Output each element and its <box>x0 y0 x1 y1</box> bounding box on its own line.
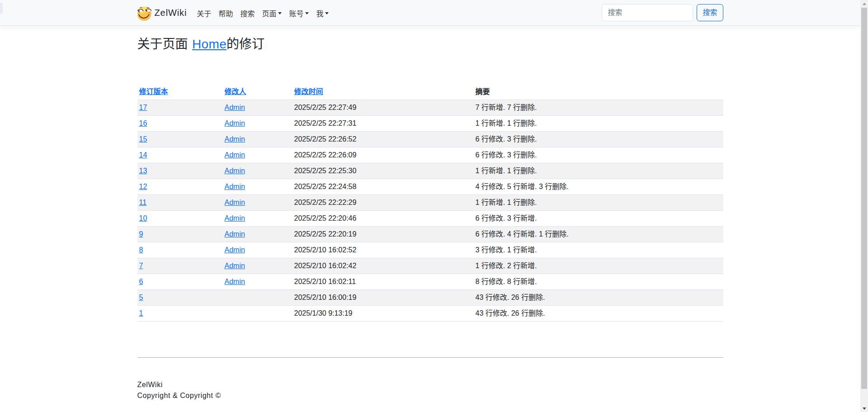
scrollbar-up-button[interactable] <box>860 0 868 8</box>
chevron-down-icon <box>305 12 309 14</box>
scroll-down-arrow-icon <box>863 407 866 410</box>
revision-summary: 1 行新增. 1 行删除. <box>474 194 723 210</box>
page: ZelWiki 关于 帮助 搜索 页面 账号 我 搜索 关于页面 Home的修订 <box>0 0 860 412</box>
page-title-prefix: 关于页面 <box>137 37 192 51</box>
revision-time: 2025/2/10 16:00:19 <box>292 289 474 305</box>
modifier-link[interactable]: Admin <box>225 199 245 206</box>
revision-summary: 43 行修改. 26 行删除. <box>474 289 723 305</box>
scrollbar-down-button[interactable] <box>860 404 868 412</box>
footer-sitename: ZelWiki <box>137 379 723 390</box>
modifier-link[interactable]: Admin <box>225 214 245 222</box>
revision-row: 7 Admin 2025/2/10 16:02:42 1 行修改. 2 行新增. <box>137 258 723 274</box>
nav-item-account-dropdown[interactable]: 账号 <box>285 4 312 22</box>
site-footer: ZelWiki Copyright & Copyright © <box>137 379 723 412</box>
scroll-up-arrow-icon <box>863 3 866 5</box>
revision-number-link[interactable]: 16 <box>139 119 147 127</box>
revision-table: 修订版本 修改人 修改时间 摘要 17 Admin 2025/2/25 22:2… <box>137 84 723 322</box>
modifier-link[interactable]: Admin <box>225 104 245 111</box>
revision-number-link[interactable]: 17 <box>139 104 147 111</box>
revision-summary: 6 行修改. 3 行删除. <box>474 147 723 163</box>
revision-summary: 1 行新增. 1 行删除. <box>474 115 723 131</box>
modifier-link[interactable]: Admin <box>225 262 245 270</box>
revision-time: 2025/2/25 22:20:46 <box>292 210 474 226</box>
revision-row: 13 Admin 2025/2/25 22:25:30 1 行新增. 1 行删除… <box>137 163 723 179</box>
summary-column-header: 摘要 <box>474 84 723 100</box>
scrollbar-thumb[interactable] <box>861 8 867 389</box>
revision-row: 5 2025/2/10 16:00:19 43 行修改. 26 行删除. <box>137 289 723 305</box>
nav-item-search[interactable]: 搜索 <box>236 4 258 22</box>
revision-number-link[interactable]: 10 <box>139 214 147 222</box>
modifier-link[interactable]: Admin <box>225 278 245 285</box>
revision-summary: 4 行修改. 5 行新增. 3 行删除. <box>474 179 723 194</box>
navbar-menu: 关于 帮助 搜索 页面 账号 我 <box>193 4 332 22</box>
revision-table-header-row: 修订版本 修改人 修改时间 摘要 <box>137 84 723 100</box>
revision-time: 2025/2/25 22:26:52 <box>292 131 474 147</box>
revision-time: 2025/2/25 22:22:29 <box>292 194 474 210</box>
page-title: 关于页面 Home的修订 <box>137 37 723 52</box>
nav-item-about[interactable]: 关于 <box>193 4 215 22</box>
revision-row: 16 Admin 2025/2/25 22:27:31 1 行新增. 1 行删除… <box>137 115 723 131</box>
revision-summary: 7 行新增. 7 行删除. <box>474 99 723 115</box>
page-home-link[interactable]: Home <box>192 37 226 51</box>
revision-row: 17 Admin 2025/2/25 22:27:49 7 行新增. 7 行删除… <box>137 99 723 115</box>
page-title-suffix: 的修订 <box>226 37 264 51</box>
revision-number-link[interactable]: 1 <box>139 309 143 317</box>
smiling-face-emoji-icon <box>137 6 152 21</box>
revision-time: 2025/1/30 9:13:19 <box>292 305 474 321</box>
modifier-link[interactable]: Admin <box>225 246 245 254</box>
revision-summary: 43 行修改. 26 行删除. <box>474 305 723 321</box>
revision-row: 14 Admin 2025/2/25 22:26:09 6 行修改. 3 行删除… <box>137 147 723 163</box>
revision-row: 6 Admin 2025/2/10 16:02:11 8 行修改. 8 行新增. <box>137 274 723 289</box>
browser-scrollbar[interactable] <box>860 0 868 412</box>
revision-number-link[interactable]: 7 <box>139 262 143 270</box>
sort-by-time-link[interactable]: 修改时间 <box>294 88 323 95</box>
revision-row: 12 Admin 2025/2/25 22:24:58 4 行修改. 5 行新增… <box>137 179 723 194</box>
revision-number-link[interactable]: 6 <box>139 278 143 285</box>
nav-item-me-dropdown[interactable]: 我 <box>312 4 332 22</box>
modifier-link[interactable]: Admin <box>225 135 245 143</box>
modifier-link[interactable]: Admin <box>225 183 245 190</box>
nav-item-pages-dropdown[interactable]: 页面 <box>258 4 285 22</box>
revision-time: 2025/2/10 16:02:42 <box>292 258 474 274</box>
chevron-down-icon <box>278 12 282 14</box>
revision-summary: 3 行修改. 1 行新增. <box>474 242 723 258</box>
revision-summary: 8 行修改. 8 行新增. <box>474 274 723 289</box>
browser-edge-artifact <box>0 3 3 14</box>
revision-time: 2025/2/25 22:27:49 <box>292 99 474 115</box>
revision-number-link[interactable]: 13 <box>139 167 147 175</box>
modifier-link[interactable]: Admin <box>225 230 245 238</box>
revision-number-link[interactable]: 5 <box>139 294 143 301</box>
nav-item-about-label: 关于 <box>197 10 211 18</box>
revision-number-link[interactable]: 8 <box>139 246 143 254</box>
main-content: 关于页面 Home的修订 修订版本 修改人 修改时间 摘要 17 Admin 2… <box>132 37 729 412</box>
footer-divider <box>137 357 723 358</box>
revision-time: 2025/2/10 16:02:11 <box>292 274 474 289</box>
chevron-down-icon <box>325 12 329 14</box>
search-button[interactable]: 搜索 <box>697 4 723 21</box>
revision-time: 2025/2/25 22:24:58 <box>292 179 474 194</box>
revision-number-link[interactable]: 12 <box>139 183 147 190</box>
revision-summary: 6 行修改. 3 行新增. <box>474 210 723 226</box>
modifier-link[interactable]: Admin <box>225 167 245 175</box>
brand-link[interactable]: ZelWiki <box>137 5 187 21</box>
search-form: 搜索 <box>602 4 723 21</box>
revision-summary: 6 行修改. 4 行新增. 1 行删除. <box>474 226 723 242</box>
revision-time: 2025/2/25 22:25:30 <box>292 163 474 179</box>
sort-by-modifier-link[interactable]: 修改人 <box>225 88 246 95</box>
revision-number-link[interactable]: 14 <box>139 151 147 159</box>
revision-summary: 1 行新增. 1 行删除. <box>474 163 723 179</box>
sort-by-revision-link[interactable]: 修订版本 <box>139 88 168 95</box>
revision-number-link[interactable]: 15 <box>139 135 147 143</box>
revision-row: 15 Admin 2025/2/25 22:26:52 6 行修改. 3 行删除… <box>137 131 723 147</box>
brand-name: ZelWiki <box>155 6 187 19</box>
revision-number-link[interactable]: 11 <box>139 199 147 206</box>
revision-row: 1 2025/1/30 9:13:19 43 行修改. 26 行删除. <box>137 305 723 321</box>
modifier-link[interactable]: Admin <box>225 119 245 127</box>
modifier-link[interactable]: Admin <box>225 151 245 159</box>
nav-item-help[interactable]: 帮助 <box>215 4 236 22</box>
revision-number-link[interactable]: 9 <box>139 230 143 238</box>
revision-time: 2025/2/25 22:27:31 <box>292 115 474 131</box>
footer-copyright: Copyright & Copyright © <box>137 390 723 401</box>
search-input[interactable] <box>602 4 693 21</box>
revision-table-body: 17 Admin 2025/2/25 22:27:49 7 行新增. 7 行删除… <box>137 99 723 321</box>
